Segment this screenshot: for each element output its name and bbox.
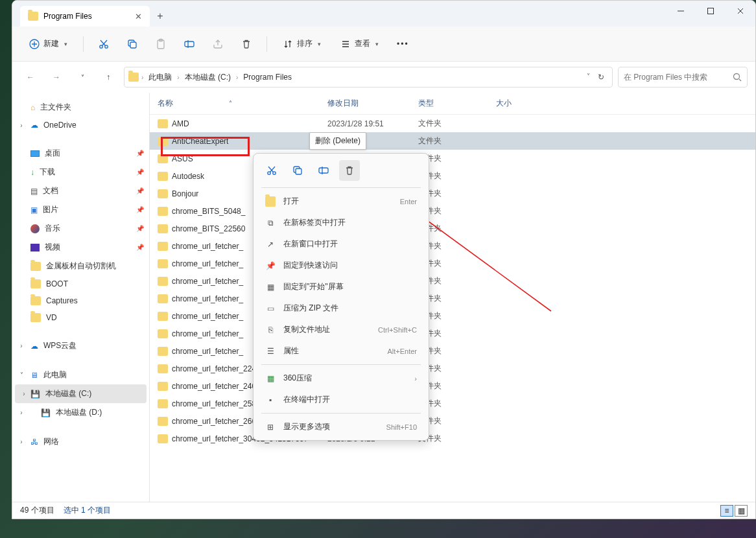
sidebar-desktop[interactable]: 桌面📌: [12, 144, 149, 163]
context-delete-button[interactable]: [339, 160, 360, 181]
file-row[interactable]: chrome_url_fetcher_文件夹: [150, 307, 755, 325]
column-type[interactable]: 类型: [418, 98, 496, 109]
file-row[interactable]: ASUS文件夹: [150, 150, 755, 167]
file-row[interactable]: chrome_url_fetcher_文件夹: [150, 325, 755, 342]
sidebar-music[interactable]: 音乐📌: [12, 219, 149, 238]
search-input[interactable]: [624, 73, 727, 82]
start-icon: ▦: [265, 282, 276, 292]
delete-button[interactable]: [235, 34, 257, 54]
search-box[interactable]: [618, 67, 748, 88]
new-tab-button[interactable]: +: [150, 6, 171, 27]
sidebar-home[interactable]: ⌂主文件夹: [12, 98, 149, 117]
up-button[interactable]: ↑: [98, 67, 119, 88]
cut-button[interactable]: [93, 34, 115, 54]
expand-icon[interactable]: ›: [18, 342, 25, 349]
sidebar-thispc[interactable]: ˅🖥此电脑: [12, 366, 149, 384]
file-row[interactable]: chrome_url_fetcher_26600_9290734262023/1…: [150, 412, 755, 430]
file-row[interactable]: AMD2023/1/28 19:51文件夹: [150, 115, 755, 132]
sidebar-onedrive[interactable]: ›☁OneDrive: [12, 117, 149, 134]
context-360zip[interactable]: ▦360压缩›: [256, 368, 426, 389]
file-row[interactable]: Bonjour文件夹: [150, 185, 755, 202]
context-compress-zip[interactable]: ▭压缩为 ZIP 文件: [256, 298, 426, 319]
expand-icon[interactable]: ›: [18, 409, 25, 416]
sidebar-folder-metalcut[interactable]: 金属板材自动切割机: [12, 257, 149, 275]
file-row[interactable]: chrome_url_fetcher_30432_3425176672023/2…: [150, 430, 755, 447]
file-row[interactable]: chrome_BITS_5048_文件夹: [150, 202, 755, 220]
sidebar-pictures[interactable]: ▣图片📌: [12, 200, 149, 219]
context-open-terminal[interactable]: ▪在终端中打开: [256, 389, 426, 410]
file-row[interactable]: chrome_url_fetcher_22408_10677873812023/…: [150, 360, 755, 377]
sidebar-documents[interactable]: ▤文档📌: [12, 181, 149, 200]
sort-button[interactable]: 排序 ▾: [276, 34, 327, 53]
collapse-icon[interactable]: ˅: [18, 371, 25, 379]
context-properties[interactable]: ☰属性Alt+Enter: [256, 340, 426, 362]
context-open[interactable]: 打开Enter: [256, 191, 426, 212]
file-row[interactable]: chrome_url_fetcher_文件夹: [150, 237, 755, 255]
sidebar-folder-boot[interactable]: BOOT: [12, 275, 149, 292]
context-open-newwin[interactable]: ↗在新窗口中打开: [256, 233, 426, 255]
file-row[interactable]: chrome_url_fetcher_文件夹: [150, 342, 755, 360]
breadcrumb-box[interactable]: › 此电脑 › 本地磁盘 (C:) › Program Files ˅ ↻: [124, 67, 613, 88]
context-rename-button[interactable]: [313, 160, 334, 181]
new-button[interactable]: 新建 ▾: [23, 34, 74, 53]
folder-icon: [158, 224, 168, 233]
forward-button[interactable]: →: [46, 67, 67, 88]
rename-button[interactable]: [178, 34, 200, 54]
sidebar-downloads[interactable]: ↓下载📌: [12, 163, 149, 181]
minimize-button[interactable]: [666, 1, 696, 21]
maximize-button[interactable]: [696, 1, 726, 21]
history-dropdown-icon[interactable]: ˅: [587, 73, 590, 82]
column-size[interactable]: 大小: [496, 98, 748, 109]
file-type: 文件夹: [418, 398, 496, 409]
sidebar-wps[interactable]: ›☁WPS云盘: [12, 336, 149, 355]
expand-icon[interactable]: ›: [18, 122, 25, 129]
expand-icon[interactable]: ›: [18, 438, 25, 445]
file-row[interactable]: AntiCheatExpert文件夹: [150, 132, 755, 150]
column-headers[interactable]: 名称˄ 修改日期 类型 大小: [150, 93, 755, 115]
sidebar-drive-c[interactable]: ›💾本地磁盘 (C:): [15, 384, 147, 403]
context-copy-path[interactable]: ⎘复制文件地址Ctrl+Shift+C: [256, 319, 426, 340]
details-view-button[interactable]: ≡: [720, 505, 733, 517]
breadcrumb-drive[interactable]: 本地磁盘 (C:): [182, 71, 233, 84]
expand-icon[interactable]: ›: [20, 390, 28, 397]
file-name: chrome_url_fetcher_: [172, 312, 243, 321]
file-row[interactable]: chrome_BITS_22560文件夹: [150, 220, 755, 237]
copy-icon: [292, 165, 303, 176]
context-pin-start[interactable]: ▦固定到"开始"屏幕: [256, 276, 426, 298]
context-pin-quick[interactable]: 📌固定到快速访问: [256, 255, 426, 276]
breadcrumb-folder[interactable]: Program Files: [241, 71, 294, 83]
file-row[interactable]: chrome_url_fetcher_文件夹: [150, 272, 755, 290]
file-row[interactable]: Autodesk文件夹: [150, 167, 755, 185]
close-button[interactable]: [726, 1, 755, 21]
column-name[interactable]: 名称˄: [158, 98, 327, 109]
share-button[interactable]: [207, 34, 229, 54]
column-date[interactable]: 修改日期: [327, 98, 418, 109]
tab-active[interactable]: Program Files ✕: [20, 6, 150, 27]
sidebar-network[interactable]: ›🖧网络: [12, 432, 149, 451]
file-row[interactable]: chrome_url_fetcher_文件夹: [150, 255, 755, 272]
file-row[interactable]: chrome_url_fetcher_文件夹: [150, 290, 755, 307]
close-tab-icon[interactable]: ✕: [135, 12, 142, 21]
icons-view-button[interactable]: ▦: [735, 505, 748, 517]
view-button[interactable]: 查看 ▾: [334, 34, 385, 53]
paste-button[interactable]: [150, 34, 172, 54]
more-icon: ⊞: [265, 422, 276, 432]
video-icon: [30, 244, 40, 251]
context-open-newtab[interactable]: ⧉在新标签页中打开: [256, 212, 426, 233]
back-button[interactable]: ←: [20, 67, 41, 88]
disk-icon: 💾: [41, 408, 51, 417]
more-button[interactable]: •••: [392, 36, 414, 53]
copy-button[interactable]: [121, 34, 143, 54]
recent-locations-button[interactable]: ˅: [72, 67, 93, 88]
file-row[interactable]: chrome_url_fetcher_24044_9637258562023/1…: [150, 377, 755, 395]
sidebar-drive-d[interactable]: ›💾本地磁盘 (D:): [12, 403, 149, 422]
sidebar-videos[interactable]: 视频📌: [12, 238, 149, 257]
context-cut-button[interactable]: [261, 160, 282, 181]
file-row[interactable]: chrome_url_fetcher_25896_446389872023/1/…: [150, 395, 755, 412]
sidebar-folder-vd[interactable]: VD: [12, 309, 149, 326]
context-copy-button[interactable]: [287, 160, 308, 181]
refresh-button[interactable]: ↻: [598, 73, 604, 82]
sidebar-folder-captures[interactable]: Captures: [12, 292, 149, 309]
context-show-more[interactable]: ⊞显示更多选项Shift+F10: [256, 416, 426, 438]
breadcrumb-thispc[interactable]: 此电脑: [146, 71, 174, 84]
